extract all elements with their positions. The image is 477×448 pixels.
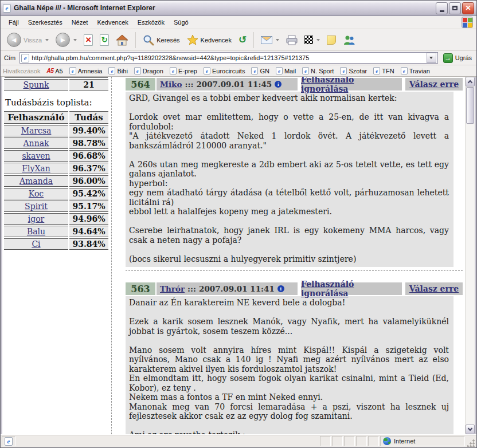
mail-button[interactable] [258,34,282,46]
favorites-button[interactable]: Kedvencek [184,33,234,47]
messenger-button[interactable] [340,33,358,47]
scroll-up-button[interactable] [466,77,475,87]
toplist-user-link[interactable]: Marcsa [21,126,52,135]
link-nsport[interactable]: eN. Sport [300,66,336,75]
link-a5[interactable]: A5A5 [44,67,65,75]
toplist-user-link[interactable]: Ci [32,239,40,249]
scrollbar-thumb[interactable] [466,87,474,124]
link-label: N. Sport [311,68,334,74]
forward-button[interactable]: ► [53,31,80,49]
link-travian[interactable]: eTravian [398,66,432,75]
link-eurocircuits[interactable]: eEurocircuits [201,66,247,75]
toplist-user-link[interactable]: Spirit [25,202,48,211]
security-zone-label: Internet [394,438,415,445]
link-bihi[interactable]: eBihi [106,66,130,75]
close-button[interactable]: ✕ [462,2,474,14]
post-header: 563 Thrór ::: 2007.09.01 11:41 i Felhasz… [126,282,463,295]
toplist-value: 96.00% [69,175,108,187]
link-tfn[interactable]: eTFN [371,66,396,75]
link-label: Mail [284,68,296,74]
menu-file[interactable]: Fájl [4,17,24,27]
post-datetime: 2007.09.01 11:41 [199,284,275,293]
toplist-user-link[interactable]: Annak [24,139,49,148]
links-bar: Hivatkozások A5A5 eAmnesia eBihi eDragon… [1,65,476,77]
cutoff-row [5,77,108,78]
info-icon[interactable]: i [275,81,281,88]
link-label: Szotar [349,68,367,74]
search-button[interactable]: Keresés [140,33,182,48]
address-input[interactable]: e http://ghalla.pbm.hu/comment.php?q=118… [19,52,437,64]
reply-link[interactable]: Válasz erre [409,284,459,293]
menu-edit[interactable]: Szerkesztés [24,17,67,27]
link-dragon[interactable]: eDragon [132,66,166,75]
toplist-user-link[interactable]: igor [28,214,45,223]
ie-page-icon: e [302,67,309,74]
edit-button[interactable] [302,34,323,46]
refresh-button[interactable]: ↻ [97,33,112,48]
link-eprep[interactable]: eE-prep [167,66,200,75]
address-url: http://ghalla.pbm.hu/comment.php?q=11892… [32,54,424,61]
vertical-scrollbar[interactable] [465,77,475,434]
resize-grip[interactable] [467,439,475,447]
menu-tools[interactable]: Eszközök [133,17,169,27]
post-header: 564 Miko ::: 2007.09.01 11:45 i Felhaszn… [126,78,463,91]
scrollbar-track[interactable] [466,124,475,425]
favorites-star-icon [187,34,198,45]
table-row: igor94.96% [4,213,108,225]
windows-logo-icon [462,17,473,28]
link-label: E-prep [178,68,197,74]
link-label: Bihi [117,68,127,74]
notes-button[interactable] [324,34,339,46]
toplist-user-link[interactable]: skaven [22,151,50,160]
scroll-down-button[interactable] [466,425,475,434]
ignore-user-link[interactable]: Felhasználó ignorálása [301,77,402,93]
maximize-button[interactable] [449,2,461,14]
print-button[interactable] [283,33,300,47]
menu-view[interactable]: Nézet [67,17,93,27]
history-button[interactable]: ↺ [236,33,249,46]
toplist-value: 98.78% [69,137,108,149]
link-label: Amnesia [78,68,103,74]
link-label: Eurocircuits [212,68,245,74]
table-row: Spirit95.17% [4,201,108,212]
stop-button[interactable]: ✕ [81,33,96,48]
toplist-title: Tudásbázis toplista: [5,97,108,108]
minimize-icon [440,10,444,12]
links-bar-label: Hivatkozások [3,68,40,74]
home-button[interactable] [113,33,131,48]
reply-link[interactable]: Válasz erre [409,80,459,89]
post-author-link[interactable]: Miko [160,80,182,89]
ie-page-icon: e [134,67,141,74]
toplist-user-link[interactable]: Amanda [19,176,53,186]
link-amnesia[interactable]: eAmnesia [67,66,105,75]
toplist-user-link[interactable]: Balu [27,227,45,236]
post-author-link[interactable]: Thrór [160,284,185,293]
minimize-button[interactable] [436,2,448,14]
sidebar: Spunk 21 Tudásbázis toplista: Felhasznál… [2,77,110,434]
go-button[interactable]: → Ugrás [441,53,474,64]
link-szotar[interactable]: eSzotar [338,66,369,75]
address-label: Cím [3,54,17,61]
toplist-value: 99.40% [69,125,108,136]
page-ie-icon: e [21,54,29,62]
toplist-user-link[interactable]: FlyXan [22,164,50,173]
ie-page-icon: e [373,67,380,74]
menu-favorites[interactable]: Kedvencek [92,17,132,27]
chevron-down-icon [468,426,472,431]
menu-help[interactable]: Súgó [169,17,193,27]
toplist-user-link[interactable]: Koc [29,189,44,198]
ignore-user-link[interactable]: Felhasználó ignorálása [301,280,402,298]
toplist-header-row: Felhasználó Tudás [4,111,108,124]
toplist-value: 95.42% [69,188,108,199]
toplist-col-user: Felhasználó [4,111,68,124]
print-icon [286,35,298,45]
table-row: FlyXan96.37% [4,163,108,174]
address-dropdown-button[interactable] [427,53,436,63]
forward-dropdown-icon [73,39,77,41]
link-mail[interactable]: eMail [273,66,298,75]
back-button[interactable]: ◄ Vissza [4,31,52,49]
link-gn[interactable]: eGN [249,66,272,75]
info-icon[interactable]: i [277,285,284,292]
ie-page-icon: e [108,67,115,74]
sidebar-user-link[interactable]: Spunk [23,80,49,89]
